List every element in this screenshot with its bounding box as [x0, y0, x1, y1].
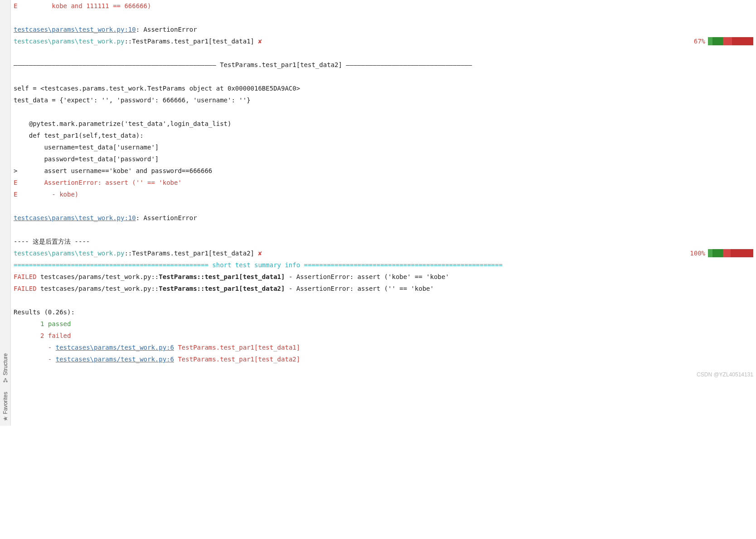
error-line: E - kobe) — [14, 191, 78, 198]
error-line: E AssertionError: assert ('' == 'kobe' — [14, 179, 182, 186]
code-line: @pytest.mark.parametrize('test_data',log… — [14, 120, 231, 127]
test-result-row: testcases\params\test_work.py::TestParam… — [14, 35, 753, 47]
result-dash: - — [14, 356, 56, 363]
structure-icon — [3, 377, 8, 383]
test-path: testcases\params\test_work.py — [14, 250, 124, 257]
console-output[interactable]: E kobe and 111111 == 666666) testcases\p… — [11, 0, 756, 426]
sidebar-tab-structure[interactable]: Structure — [0, 349, 12, 387]
file-link[interactable]: testcases\params\test_work.py:10 — [14, 214, 136, 221]
results-header: Results (0.26s): — [14, 308, 75, 316]
file-link[interactable]: testcases\params/test_work.py:6 — [56, 356, 174, 363]
tool-window-sidebar: Structure Favorites — [0, 0, 11, 426]
result-dash: - — [14, 344, 56, 351]
sidebar-structure-label: Structure — [0, 353, 11, 375]
fail-mark-icon: ✘ — [254, 250, 262, 257]
code-line: password=test_data['password'] — [14, 155, 159, 163]
result-test-name: TestParams.test_par1[test_data1] — [174, 344, 300, 351]
watermark: CSDN @YZL40514131 — [697, 369, 753, 380]
svg-rect-0 — [3, 381, 5, 382]
error-line: E kobe and 111111 == 666666) — [14, 2, 151, 10]
progress-bar — [708, 37, 753, 45]
failed-label: FAILED — [14, 285, 37, 292]
separator: :: — [124, 38, 132, 45]
sidebar-favorites-label: Favorites — [0, 392, 11, 414]
fail-reason: - AssertionError: assert ('kobe' == 'kob… — [285, 273, 449, 280]
fail-path: testcases/params/test_work.py:: — [37, 273, 159, 280]
code-line: test_data = {'expect': '', 'password': 6… — [14, 96, 251, 104]
fail-path: testcases/params/test_work.py:: — [37, 285, 159, 292]
fail-mark-icon: ✘ — [254, 38, 262, 45]
result-test-name: TestParams.test_par1[test_data2] — [174, 356, 300, 363]
progress-percent: 67% — [694, 35, 705, 47]
failed-label: FAILED — [14, 273, 37, 280]
test-name: TestParams.test_par1[test_data1] — [132, 38, 254, 45]
code-line: > assert username=='kobe' and password==… — [14, 167, 212, 174]
test-result-row: testcases\params\test_work.py::TestParam… — [14, 247, 753, 259]
fail-test-name: TestParams::test_par1[test_data1] — [159, 273, 285, 280]
error-type: : AssertionError — [136, 214, 197, 221]
test-section-header: ――――――――――――――――――――――――――――――――――――――――… — [14, 61, 472, 68]
file-link[interactable]: testcases\params\test_work.py:10 — [14, 26, 136, 33]
results-passed: 1 passed — [14, 320, 71, 327]
code-line: def test_par1(self,test_data): — [14, 132, 144, 139]
fail-test-name: TestParams::test_par1[test_data2] — [159, 285, 285, 292]
progress-bar — [708, 249, 753, 257]
fail-reason: - AssertionError: assert ('' == 'kobe' — [285, 285, 434, 292]
separator: :: — [124, 250, 132, 257]
results-failed: 2 failed — [14, 332, 71, 339]
star-icon — [3, 416, 8, 421]
code-line: username=test_data['username'] — [14, 144, 159, 151]
sidebar-tab-favorites[interactable]: Favorites — [0, 387, 12, 426]
error-type: : AssertionError — [136, 26, 197, 33]
code-line: self = <testcases.params.test_work.TestP… — [14, 85, 300, 92]
svg-rect-2 — [5, 378, 6, 380]
teardown-note: ---- 这是后置方法 ---- — [14, 238, 90, 245]
test-name: TestParams.test_par1[test_data2] — [132, 250, 254, 257]
svg-rect-1 — [6, 381, 7, 382]
file-link[interactable]: testcases\params/test_work.py:6 — [56, 344, 174, 351]
summary-divider: ========================================… — [14, 261, 503, 269]
test-path: testcases\params\test_work.py — [14, 38, 124, 45]
progress-percent: 100% — [690, 247, 705, 259]
